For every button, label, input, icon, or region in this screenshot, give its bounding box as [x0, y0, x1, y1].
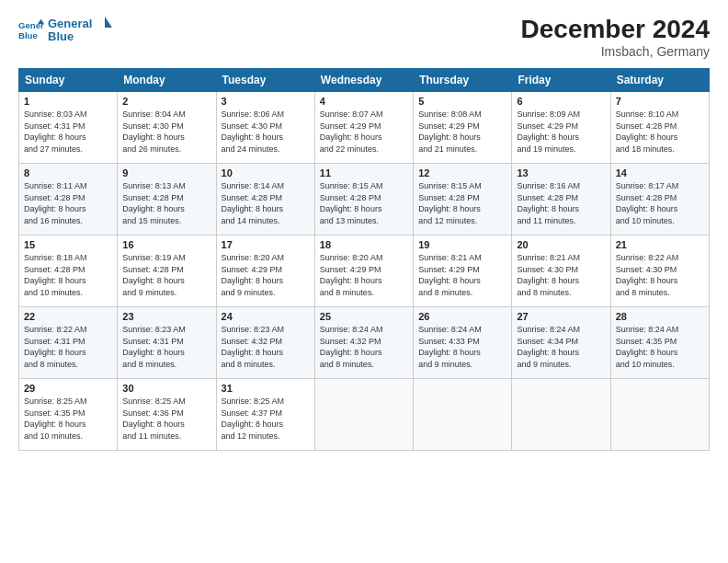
day-number: 31 — [222, 383, 310, 394]
calendar-cell: 28Sunrise: 8:24 AMSunset: 4:35 PMDayligh… — [610, 307, 709, 379]
calendar-cell: 23Sunrise: 8:23 AMSunset: 4:31 PMDayligh… — [118, 307, 216, 379]
calendar-cell: 7Sunrise: 8:10 AMSunset: 4:28 PMDaylight… — [610, 92, 709, 164]
calendar-cell: 24Sunrise: 8:23 AMSunset: 4:32 PMDayligh… — [216, 307, 314, 379]
svg-text:General: General — [48, 17, 92, 30]
calendar-cell: 3Sunrise: 8:06 AMSunset: 4:30 PMDaylight… — [216, 92, 314, 164]
day-info: Sunrise: 8:24 AMSunset: 4:32 PMDaylight:… — [320, 324, 408, 370]
calendar-cell: 14Sunrise: 8:17 AMSunset: 4:28 PMDayligh… — [610, 164, 709, 236]
calendar-cell: 6Sunrise: 8:09 AMSunset: 4:29 PMDaylight… — [512, 92, 610, 164]
day-number: 25 — [320, 311, 408, 322]
logo-icon: General Blue — [18, 17, 44, 43]
day-number: 12 — [418, 167, 506, 178]
title-block: December 2024 Imsbach, Germany — [521, 15, 710, 59]
day-info: Sunrise: 8:22 AMSunset: 4:31 PMDaylight:… — [24, 324, 112, 370]
day-number: 18 — [320, 239, 408, 250]
calendar-cell: 31Sunrise: 8:25 AMSunset: 4:37 PMDayligh… — [216, 379, 314, 451]
day-info: Sunrise: 8:24 AMSunset: 4:34 PMDaylight:… — [517, 324, 605, 370]
calendar-cell: 15Sunrise: 8:18 AMSunset: 4:28 PMDayligh… — [19, 236, 118, 307]
col-tuesday: Tuesday — [216, 69, 314, 92]
day-info: Sunrise: 8:09 AMSunset: 4:29 PMDaylight:… — [517, 109, 605, 155]
day-number: 15 — [24, 239, 112, 250]
calendar-cell — [314, 379, 413, 451]
col-sunday: Sunday — [19, 69, 118, 92]
day-number: 4 — [320, 96, 408, 107]
calendar-cell: 10Sunrise: 8:14 AMSunset: 4:28 PMDayligh… — [216, 164, 314, 236]
day-number: 2 — [122, 96, 210, 107]
calendar-cell: 25Sunrise: 8:24 AMSunset: 4:32 PMDayligh… — [314, 307, 413, 379]
day-info: Sunrise: 8:21 AMSunset: 4:30 PMDaylight:… — [517, 252, 605, 298]
calendar-cell: 16Sunrise: 8:19 AMSunset: 4:28 PMDayligh… — [118, 236, 216, 307]
calendar-cell: 11Sunrise: 8:15 AMSunset: 4:28 PMDayligh… — [314, 164, 413, 236]
day-number: 9 — [122, 167, 210, 178]
day-number: 3 — [222, 96, 310, 107]
svg-text:Blue: Blue — [18, 30, 38, 40]
calendar-cell: 13Sunrise: 8:16 AMSunset: 4:28 PMDayligh… — [512, 164, 610, 236]
col-saturday: Saturday — [610, 69, 709, 92]
day-info: Sunrise: 8:13 AMSunset: 4:28 PMDaylight:… — [122, 180, 210, 226]
day-info: Sunrise: 8:07 AMSunset: 4:29 PMDaylight:… — [320, 109, 408, 155]
col-wednesday: Wednesday — [314, 69, 413, 92]
calendar-cell: 30Sunrise: 8:25 AMSunset: 4:36 PMDayligh… — [118, 379, 216, 451]
calendar-cell: 1Sunrise: 8:03 AMSunset: 4:31 PMDaylight… — [19, 92, 118, 164]
day-info: Sunrise: 8:24 AMSunset: 4:33 PMDaylight:… — [418, 324, 506, 370]
calendar-cell: 12Sunrise: 8:15 AMSunset: 4:28 PMDayligh… — [414, 164, 512, 236]
day-info: Sunrise: 8:20 AMSunset: 4:29 PMDaylight:… — [320, 252, 408, 298]
general-blue-logo-svg: General Blue — [48, 15, 112, 46]
day-info: Sunrise: 8:18 AMSunset: 4:28 PMDaylight:… — [24, 252, 112, 298]
day-number: 30 — [122, 383, 210, 394]
day-number: 27 — [517, 311, 605, 322]
day-number: 8 — [24, 167, 112, 178]
day-number: 21 — [616, 239, 704, 250]
day-info: Sunrise: 8:04 AMSunset: 4:30 PMDaylight:… — [122, 109, 210, 155]
day-number: 28 — [616, 311, 704, 322]
day-info: Sunrise: 8:23 AMSunset: 4:32 PMDaylight:… — [222, 324, 310, 370]
col-thursday: Thursday — [414, 69, 512, 92]
calendar-cell: 21Sunrise: 8:22 AMSunset: 4:30 PMDayligh… — [610, 236, 709, 307]
calendar-cell: 26Sunrise: 8:24 AMSunset: 4:33 PMDayligh… — [414, 307, 512, 379]
day-number: 7 — [616, 96, 704, 107]
location: Imsbach, Germany — [521, 44, 710, 59]
calendar-cell: 29Sunrise: 8:25 AMSunset: 4:35 PMDayligh… — [19, 379, 118, 451]
day-number: 16 — [122, 239, 210, 250]
day-info: Sunrise: 8:25 AMSunset: 4:35 PMDaylight:… — [24, 396, 112, 442]
calendar-cell: 18Sunrise: 8:20 AMSunset: 4:29 PMDayligh… — [314, 236, 413, 307]
day-info: Sunrise: 8:10 AMSunset: 4:28 PMDaylight:… — [616, 109, 704, 155]
day-info: Sunrise: 8:22 AMSunset: 4:30 PMDaylight:… — [616, 252, 704, 298]
day-info: Sunrise: 8:21 AMSunset: 4:29 PMDaylight:… — [418, 252, 506, 298]
day-info: Sunrise: 8:14 AMSunset: 4:28 PMDaylight:… — [222, 180, 310, 226]
calendar-week-row: 22Sunrise: 8:22 AMSunset: 4:31 PMDayligh… — [19, 307, 710, 379]
calendar-week-row: 15Sunrise: 8:18 AMSunset: 4:28 PMDayligh… — [19, 236, 710, 307]
calendar-cell — [512, 379, 610, 451]
day-number: 24 — [222, 311, 310, 322]
calendar-cell: 20Sunrise: 8:21 AMSunset: 4:30 PMDayligh… — [512, 236, 610, 307]
calendar-cell: 8Sunrise: 8:11 AMSunset: 4:28 PMDaylight… — [19, 164, 118, 236]
calendar-week-row: 29Sunrise: 8:25 AMSunset: 4:35 PMDayligh… — [19, 379, 710, 451]
svg-marker-5 — [105, 17, 112, 28]
calendar-week-row: 8Sunrise: 8:11 AMSunset: 4:28 PMDaylight… — [19, 164, 710, 236]
day-info: Sunrise: 8:17 AMSunset: 4:28 PMDaylight:… — [616, 180, 704, 226]
day-info: Sunrise: 8:23 AMSunset: 4:31 PMDaylight:… — [122, 324, 210, 370]
calendar-cell: 4Sunrise: 8:07 AMSunset: 4:29 PMDaylight… — [314, 92, 413, 164]
day-number: 20 — [517, 239, 605, 250]
day-number: 6 — [517, 96, 605, 107]
day-number: 5 — [418, 96, 506, 107]
calendar-cell: 27Sunrise: 8:24 AMSunset: 4:34 PMDayligh… — [512, 307, 610, 379]
month-year: December 2024 — [521, 15, 710, 44]
day-info: Sunrise: 8:15 AMSunset: 4:28 PMDaylight:… — [320, 180, 408, 226]
calendar-cell: 17Sunrise: 8:20 AMSunset: 4:29 PMDayligh… — [216, 236, 314, 307]
day-number: 26 — [418, 311, 506, 322]
day-number: 17 — [222, 239, 310, 250]
col-friday: Friday — [512, 69, 610, 92]
header: General Blue General Blue December 2024 … — [18, 15, 710, 59]
calendar-cell: 5Sunrise: 8:08 AMSunset: 4:29 PMDaylight… — [414, 92, 512, 164]
col-monday: Monday — [118, 69, 216, 92]
day-number: 22 — [24, 311, 112, 322]
calendar-cell: 22Sunrise: 8:22 AMSunset: 4:31 PMDayligh… — [19, 307, 118, 379]
day-number: 13 — [517, 167, 605, 178]
day-info: Sunrise: 8:03 AMSunset: 4:31 PMDaylight:… — [24, 109, 112, 155]
day-number: 23 — [122, 311, 210, 322]
calendar-cell: 2Sunrise: 8:04 AMSunset: 4:30 PMDaylight… — [118, 92, 216, 164]
day-info: Sunrise: 8:06 AMSunset: 4:30 PMDaylight:… — [222, 109, 310, 155]
calendar-table: Sunday Monday Tuesday Wednesday Thursday… — [18, 68, 710, 451]
calendar-cell: 9Sunrise: 8:13 AMSunset: 4:28 PMDaylight… — [118, 164, 216, 236]
